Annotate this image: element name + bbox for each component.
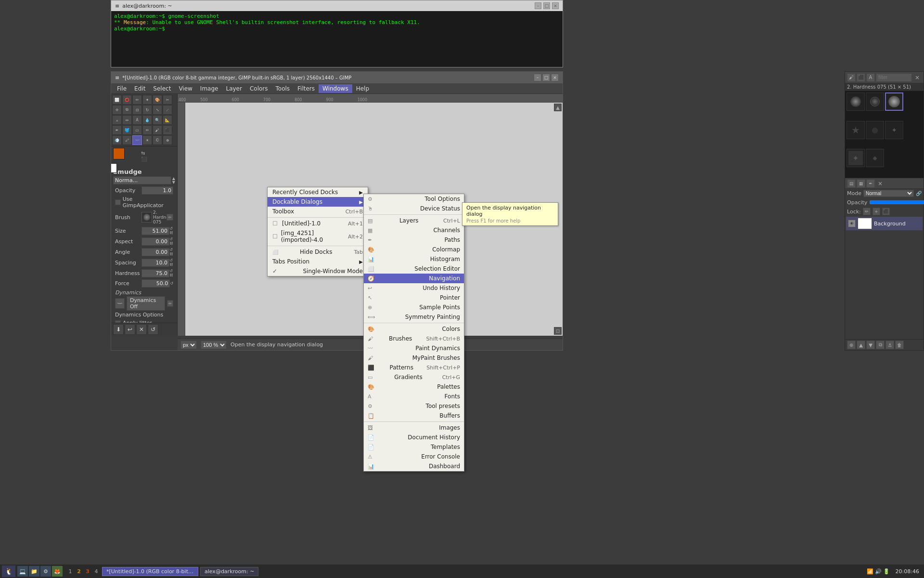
taskbar-icon-3[interactable]: ⚙: [40, 566, 51, 577]
gimp-menu-icon[interactable]: ≡: [115, 75, 119, 81]
workspace-3[interactable]: 3: [84, 566, 91, 576]
menu-layer[interactable]: Layer: [222, 84, 245, 93]
aspect-reset-btn[interactable]: ↺: [169, 237, 173, 241]
paths-tab[interactable]: ✒: [866, 179, 875, 188]
taskbar-icon-4[interactable]: 🦊: [52, 566, 63, 577]
document-history-item[interactable]: 📄 Document History: [364, 433, 464, 442]
brush-thumb-6[interactable]: ✦: [847, 149, 865, 167]
tool-ellipse-select[interactable]: ⭕: [122, 95, 132, 105]
brush-thumb-3[interactable]: ★: [847, 121, 865, 139]
angle-link-btn[interactable]: ⛓: [169, 252, 173, 256]
size-value[interactable]: 51.00: [141, 227, 169, 235]
menu-file[interactable]: File: [113, 84, 130, 93]
refresh-btn[interactable]: ↺: [148, 324, 158, 335]
pattern-icon[interactable]: ⬛: [857, 73, 865, 82]
battery-icon[interactable]: 🔋: [883, 568, 890, 575]
hardness-link-btn[interactable]: ⛓: [169, 273, 173, 277]
filter-input[interactable]: [876, 73, 912, 82]
terminal-minimize-btn[interactable]: –: [535, 2, 541, 9]
filter-field[interactable]: [878, 75, 910, 80]
layers-tab[interactable]: ▤: [847, 179, 856, 188]
size-link-btn[interactable]: ⛓: [169, 231, 173, 235]
scroll-corner-btn[interactable]: ⊡: [554, 327, 562, 335]
dynamics-edit-btn[interactable]: ✏: [167, 300, 173, 307]
volume-icon[interactable]: 🔊: [875, 568, 882, 575]
terminal-close-btn[interactable]: ×: [552, 2, 559, 9]
dashboard-item[interactable]: 📊 Dashboard: [364, 461, 464, 471]
channels-tab[interactable]: ▦: [857, 179, 865, 188]
gradients-item[interactable]: ▭ Gradients Ctrl+G: [364, 372, 464, 382]
tool-paintbrush[interactable]: 🖌: [153, 125, 162, 135]
lock-pixels-btn[interactable]: ✏: [863, 208, 871, 215]
brush-icon-small[interactable]: 🖌: [847, 73, 856, 82]
brush-thumb-selected[interactable]: [885, 92, 903, 111]
gimp-taskbar-btn[interactable]: *[Untitled]-1.0 (RGB color 8-bit gamma i…: [102, 567, 198, 576]
tool-align[interactable]: ⧉: [122, 105, 132, 115]
menu-help[interactable]: Help: [352, 84, 373, 93]
tool-pencil[interactable]: ✏: [142, 125, 152, 135]
brush-thumb-2[interactable]: [866, 92, 884, 111]
swap-colors-btn[interactable]: ⇆: [141, 150, 147, 156]
workspace-2[interactable]: 2: [75, 566, 83, 576]
menu-filters[interactable]: Filters: [294, 84, 319, 93]
menu-edit[interactable]: Edit: [130, 84, 149, 93]
tool-rect-select[interactable]: ⬜: [112, 95, 122, 105]
buffers-item[interactable]: 📋 Buffers: [364, 411, 464, 420]
undo-btn[interactable]: ↩: [125, 324, 135, 335]
tool-dodge-burn[interactable]: ☀: [142, 135, 152, 145]
workspace-1[interactable]: 1: [66, 566, 74, 576]
tool-move[interactable]: ✛: [112, 105, 122, 115]
gimp-minimize-btn[interactable]: –: [534, 74, 541, 81]
background-color[interactable]: [111, 163, 117, 173]
tool-presets-item[interactable]: ⚙ Tool presets: [364, 401, 464, 411]
terminal-taskbar-btn[interactable]: alex@darkroom: ~: [200, 567, 258, 576]
angle-value[interactable]: 0.00: [141, 248, 169, 256]
tool-crop[interactable]: ⊡: [132, 105, 142, 115]
tool-ink[interactable]: 🖊: [122, 135, 132, 145]
taskbar-icon-2[interactable]: 📁: [29, 566, 39, 577]
tool-magnify[interactable]: 🔍: [153, 115, 162, 125]
aspect-value[interactable]: 0.00: [141, 237, 169, 246]
fonts-item[interactable]: A Fonts: [364, 392, 464, 401]
taskbar-icon-1[interactable]: 💻: [17, 566, 28, 577]
layers-panel-close-btn[interactable]: ×: [876, 179, 885, 188]
layer-lock-icon[interactable]: 🔗: [916, 191, 922, 196]
menu-windows[interactable]: Windows: [319, 84, 352, 93]
reset-tool-btn[interactable]: ⬇: [113, 324, 124, 335]
tool-clone[interactable]: ©: [153, 135, 162, 145]
tool-fuzzy-select[interactable]: ✦: [142, 95, 152, 105]
dynamics-value-btn[interactable]: Dynamics Off: [127, 296, 165, 311]
aspect-link-btn[interactable]: ⛓: [169, 241, 173, 246]
tool-gradient[interactable]: ▭: [132, 125, 142, 135]
delete-btn[interactable]: ✕: [136, 324, 147, 335]
lock-alpha-btn[interactable]: ⬛: [882, 208, 890, 215]
menu-view[interactable]: View: [175, 84, 196, 93]
tool-paths[interactable]: ✒: [112, 125, 122, 135]
tool-paintbucket[interactable]: 🪣: [122, 125, 132, 135]
layer-mode-select[interactable]: Normal: [863, 190, 914, 197]
dynamics-options-btn[interactable]: Dynamics Options: [115, 311, 173, 318]
network-icon[interactable]: 📶: [867, 568, 873, 575]
templates-item[interactable]: 📄 Templates: [364, 442, 464, 452]
spacing-value[interactable]: 10.0: [141, 259, 169, 267]
gimp-maximize-btn[interactable]: □: [542, 74, 550, 81]
menu-colors[interactable]: Colors: [246, 84, 272, 93]
force-value[interactable]: 50.0: [141, 279, 170, 288]
tool-rotate[interactable]: ↻: [142, 105, 152, 115]
tool-text[interactable]: A: [132, 115, 142, 125]
scroll-up-btn[interactable]: ▲: [554, 104, 562, 111]
tool-smudge[interactable]: 〰: [132, 135, 142, 145]
brush-thumb-1[interactable]: [847, 92, 865, 111]
tool-color-picker[interactable]: 💧: [142, 115, 152, 125]
size-reset-btn[interactable]: ↺: [169, 226, 173, 231]
font-icon[interactable]: A: [866, 73, 875, 82]
brush-thumb-5[interactable]: ✦: [885, 121, 903, 139]
opacity-value[interactable]: 1.0: [141, 186, 173, 195]
images-item[interactable]: 🖼 Images: [364, 423, 464, 433]
tool-eraser[interactable]: ⬛: [163, 125, 172, 135]
tool-airbrush[interactable]: 💨: [112, 135, 122, 145]
hardness-value[interactable]: 75.0: [141, 269, 169, 277]
tool-scissors[interactable]: ✂: [163, 95, 172, 105]
force-reset-btn[interactable]: ↺: [170, 281, 173, 286]
layer-opacity-slider[interactable]: [869, 199, 924, 206]
